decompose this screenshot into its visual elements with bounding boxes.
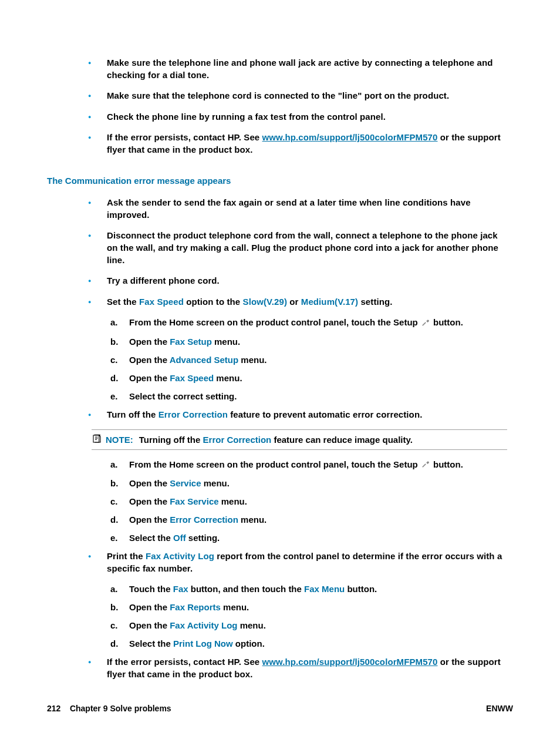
bullet-icon <box>88 89 107 102</box>
text-fragment: button. <box>431 459 463 469</box>
ui-term: Fax Reports <box>170 602 221 612</box>
text-fragment: Turn off the <box>107 409 158 419</box>
list-item: Disconnect the product telephone cord fr… <box>88 229 507 266</box>
step-marker: b. <box>110 335 129 348</box>
bullet-icon <box>88 274 107 287</box>
list-item: Ask the sender to send the fax again or … <box>88 196 507 221</box>
ui-term: Error Correction <box>158 409 228 419</box>
bullet-icon <box>88 295 107 308</box>
step-item: c. Open the Fax Service menu. <box>110 495 507 508</box>
step-marker: e. <box>110 390 129 402</box>
ordered-steps: a. From the Home screen on the product c… <box>110 458 507 545</box>
text-fragment: Select the correct setting. <box>129 390 237 402</box>
text-fragment: option to the <box>184 297 243 307</box>
step-marker: b. <box>110 477 129 489</box>
bullet-icon <box>88 656 107 668</box>
list-item: Make sure the telephone line and phone w… <box>88 56 507 81</box>
text-fragment: Print the <box>107 551 146 561</box>
bullet-icon <box>88 56 107 69</box>
list-item-text: Make sure the telephone line and phone w… <box>107 56 507 81</box>
note-icon <box>92 434 106 444</box>
step-item: a. Touch the Fax button, and then touch … <box>110 583 507 595</box>
list-item-text: Make sure that the telephone cord is con… <box>107 89 449 102</box>
text-fragment: menu. <box>214 373 242 383</box>
text-fragment: menu. <box>221 602 249 612</box>
ui-term: Fax Speed <box>139 297 184 307</box>
step-item: b. Open the Fax Setup menu. <box>110 335 507 348</box>
ui-term: Service <box>170 478 201 488</box>
list-item-text: Check the phone line by running a fax te… <box>107 110 386 123</box>
step-marker: b. <box>110 601 129 613</box>
ui-term: Fax <box>173 584 188 594</box>
list-item-text: Disconnect the product telephone cord fr… <box>107 229 507 266</box>
text-fragment: or <box>287 297 301 307</box>
step-item: d. Open the Error Correction menu. <box>110 513 507 526</box>
text-fragment: menu. <box>237 620 265 630</box>
step-item: b. Open the Fax Reports menu. <box>110 601 507 613</box>
list-item: If the error persists, contact HP. See w… <box>88 656 507 680</box>
bullet-list-fal: Print the Fax Activity Log report from t… <box>88 550 507 574</box>
ui-term: Fax Activity Log <box>170 620 237 630</box>
step-marker: c. <box>110 619 129 631</box>
ui-term: Off <box>173 533 186 543</box>
step-marker: d. <box>110 372 129 384</box>
note-label: NOTE: <box>106 435 133 445</box>
step-marker: a. <box>110 583 129 595</box>
page-number: 212 <box>47 704 60 713</box>
text-fragment: From the Home screen on the product cont… <box>129 459 420 469</box>
step-item: c. Open the Advanced Setup menu. <box>110 354 507 366</box>
list-item-text: Try a different phone cord. <box>107 274 220 287</box>
ui-term: Print Log Now <box>173 639 233 648</box>
text-fragment: Open the <box>129 478 170 488</box>
bullet-list-ec: Turn off the Error Correction feature to… <box>88 408 507 421</box>
text-fragment: Open the <box>129 620 170 630</box>
section-heading: The Communication error message appears <box>47 176 513 186</box>
list-item: Make sure that the telephone cord is con… <box>88 89 507 102</box>
support-link[interactable]: www.hp.com/support/lj500colorMFPM570 <box>262 657 438 667</box>
step-marker: d. <box>110 637 129 650</box>
step-item: d. Open the Fax Speed menu. <box>110 372 507 384</box>
text-fragment: option. <box>233 639 265 648</box>
chapter-title: Chapter 9 Solve problems <box>70 704 171 713</box>
wrench-icon <box>421 317 430 330</box>
text-fragment: button. <box>345 584 377 594</box>
note-callout: NOTE:Turning off the Error Correction fe… <box>92 429 507 450</box>
bullet-icon <box>88 131 107 144</box>
ui-term: Error Correction <box>170 515 238 525</box>
ui-term: Fax Service <box>170 496 218 506</box>
bullet-icon <box>88 408 107 421</box>
step-item: e. Select the correct setting. <box>110 390 507 402</box>
footer-left: 212 Chapter 9 Solve problems <box>47 704 171 713</box>
ui-term: Slow(V.29) <box>243 297 287 307</box>
text-fragment: Open the <box>129 373 170 383</box>
step-item: d. Select the Print Log Now option. <box>110 637 507 650</box>
ordered-steps: a. From the Home screen on the product c… <box>110 316 507 402</box>
support-link[interactable]: www.hp.com/support/lj500colorMFPM570 <box>262 132 438 142</box>
bullet-list-top: Make sure the telephone line and phone w… <box>88 56 507 156</box>
document-page: Make sure the telephone line and phone w… <box>0 0 560 746</box>
ui-term: Medium(V.17) <box>301 297 358 307</box>
ui-term: Fax Menu <box>304 584 345 594</box>
step-item: c. Open the Fax Activity Log menu. <box>110 619 507 631</box>
step-item: a. From the Home screen on the product c… <box>110 316 507 330</box>
text-fragment: setting. <box>358 297 392 307</box>
text-fragment: button. <box>431 317 463 327</box>
wrench-icon <box>421 459 430 471</box>
text-fragment: menu. <box>212 337 240 347</box>
footer-right: ENWW <box>486 704 513 713</box>
text-fragment: setting. <box>186 533 220 543</box>
ui-term: Advanced Setup <box>170 355 239 365</box>
text-fragment: button, and then touch the <box>188 584 304 594</box>
bullet-list-main: Ask the sender to send the fax again or … <box>88 196 507 308</box>
bullet-list-final: If the error persists, contact HP. See w… <box>88 656 507 680</box>
text-fragment: Select the <box>129 639 173 648</box>
text-fragment: feature can reduce image quality. <box>271 435 413 445</box>
bullet-icon <box>88 550 107 563</box>
ui-term: Fax Setup <box>170 337 212 347</box>
text-fragment: Open the <box>129 355 170 365</box>
text-fragment: feature to prevent automatic error corre… <box>228 409 422 419</box>
bullet-icon <box>88 196 107 209</box>
step-item: e. Select the Off setting. <box>110 532 507 544</box>
text-fragment: menu. <box>238 355 266 365</box>
step-marker: c. <box>110 495 129 508</box>
